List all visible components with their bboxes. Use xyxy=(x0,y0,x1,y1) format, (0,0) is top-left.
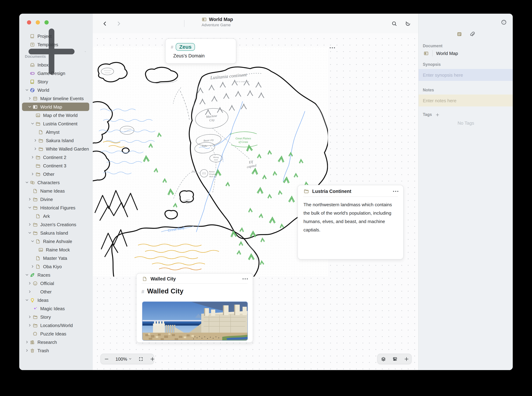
chevron-right-icon[interactable] xyxy=(30,172,35,176)
sidebar-item-official[interactable]: Official xyxy=(22,279,89,287)
sidebar-item-sakura-island[interactable]: Sakura Island xyxy=(22,136,89,145)
chevron-down-icon[interactable] xyxy=(28,105,32,109)
sidebar-item-world[interactable]: World xyxy=(22,86,89,94)
whiteboard-canvas[interactable]: Lusitania continent Machine City Beast c… xyxy=(93,33,418,370)
sidebar-item-oba-kiyo[interactable]: Oba Kiyo xyxy=(22,262,89,271)
sidebar-item-major-timeline-events[interactable]: Major timeline Events xyxy=(22,94,89,103)
chevron-down-icon[interactable] xyxy=(30,122,35,126)
page-title: World Map xyxy=(209,17,233,22)
sidebar-item-label: Inbox xyxy=(37,62,49,67)
forward-button[interactable] xyxy=(116,21,122,27)
sidebar-item-master-yata[interactable]: Master Yata xyxy=(22,254,89,262)
sidebar-item-locations-world[interactable]: Locations/World xyxy=(22,321,89,329)
chevron-right-icon[interactable] xyxy=(25,340,29,344)
sidebar-item-historical-figures[interactable]: Historical Figures xyxy=(22,204,89,212)
synopsis-input[interactable]: Enter synopsis here xyxy=(419,69,513,81)
chevron-down-icon[interactable] xyxy=(28,205,32,210)
sidebar-item-templates[interactable]: Templates xyxy=(22,40,89,49)
chevron-right-icon[interactable] xyxy=(28,222,32,227)
sidebar-item-story[interactable]: Story xyxy=(22,313,89,321)
zoom-out-button[interactable] xyxy=(101,354,112,364)
sidebar-item-raine-ashvale[interactable]: Raine Ashvale xyxy=(22,237,89,245)
zoom-level-dropdown[interactable]: 100% xyxy=(112,354,135,364)
chevron-right-icon[interactable] xyxy=(28,96,32,100)
chevron-right-icon[interactable] xyxy=(28,290,32,294)
walled-city-more-menu[interactable] xyxy=(243,277,248,281)
sidebar-item-magic-ideas[interactable]: Magic Ideas xyxy=(22,304,89,313)
fit-to-screen-button[interactable] xyxy=(135,354,147,364)
lustria-card-more-menu[interactable] xyxy=(393,189,398,193)
sidebar-item-trash[interactable]: Trash xyxy=(22,346,89,355)
chevron-down-icon[interactable] xyxy=(25,88,29,92)
chevron-right-icon[interactable] xyxy=(33,138,37,142)
sidebar-item-inbox[interactable]: Inbox xyxy=(22,61,89,69)
zeus-tag[interactable]: Zeus xyxy=(176,43,195,51)
synopsis-label: Synopsis xyxy=(423,62,441,67)
sidebar-item-divine[interactable]: Divine xyxy=(22,195,89,204)
search-icon[interactable] xyxy=(391,21,397,27)
walled-city-card[interactable]: Walled City # Walled City xyxy=(136,273,253,343)
document-row[interactable]: World Map xyxy=(423,50,458,56)
zeus-card[interactable]: # Zeus Zeus's Domain xyxy=(165,39,236,64)
sidebar-item-continent-3[interactable]: Continent 3 xyxy=(22,161,89,170)
map-more-menu[interactable] xyxy=(328,46,336,50)
add-tag-button[interactable] xyxy=(435,113,439,117)
chevron-right-icon[interactable] xyxy=(33,147,37,151)
sidebar-item-jozen-s-creations[interactable]: Jozen's Creations xyxy=(22,220,89,229)
notes-label: Notes xyxy=(423,88,434,92)
tab-document-info[interactable] xyxy=(457,31,462,37)
sidebar-item-game-design[interactable]: Game Design xyxy=(22,69,89,77)
svg-text:Main city: Main city xyxy=(209,175,217,178)
sidebar-item-ideas[interactable]: Ideas xyxy=(22,296,89,304)
chevron-down-icon[interactable] xyxy=(25,180,29,185)
chevron-down-icon[interactable] xyxy=(28,231,32,235)
bulb-icon xyxy=(30,297,35,303)
sidebar-item-puzzle-ideas[interactable]: Puzzle Ideas xyxy=(22,329,89,338)
chevron-right-icon[interactable] xyxy=(30,264,35,268)
sidebar-item-almyst[interactable]: Almyst xyxy=(22,128,89,136)
sidebar-item-research[interactable]: Research xyxy=(22,338,89,346)
chevron-right-icon[interactable] xyxy=(25,348,29,353)
zoom-in-button[interactable] xyxy=(147,354,158,364)
sidebar-item-map-of-the-world[interactable]: Map of the World xyxy=(22,111,89,119)
sidebar-item-lustria-continent[interactable]: Lustria Continent xyxy=(22,119,89,128)
layers-button[interactable] xyxy=(378,354,389,364)
sidebar-item-sakura-island[interactable]: Sakura Island xyxy=(22,229,89,237)
sidebar-item-name-ideas[interactable]: Name Ideas xyxy=(22,187,89,195)
sidebar-item-continent-2[interactable]: Continent 2 xyxy=(22,153,89,161)
sidebar-item-other[interactable]: Other xyxy=(22,287,89,296)
chevron-right-icon[interactable] xyxy=(28,281,32,285)
chevron-spacer xyxy=(33,248,37,252)
globe-icon xyxy=(30,87,35,93)
sidebar-item-story[interactable]: Story xyxy=(22,77,89,86)
back-button[interactable] xyxy=(102,21,108,27)
properties-button[interactable] xyxy=(389,354,401,364)
sidebar-item-white-walled-garden-c[interactable]: White Walled Garden C... xyxy=(22,145,89,153)
doc-icon xyxy=(38,129,43,135)
history-icon[interactable] xyxy=(405,21,411,27)
stats-gauge-icon[interactable] xyxy=(501,19,507,25)
chevron-down-icon[interactable] xyxy=(25,273,29,277)
chevron-right-icon[interactable] xyxy=(28,197,32,201)
sparkles-icon xyxy=(33,306,38,311)
hash-icon: # xyxy=(171,44,173,50)
chevron-down-icon[interactable] xyxy=(25,298,29,302)
chevron-right-icon[interactable] xyxy=(28,323,32,327)
notes-input[interactable]: Enter notes here xyxy=(419,94,513,106)
sidebar-item-races[interactable]: Races xyxy=(22,271,89,279)
add-object-button[interactable] xyxy=(401,354,412,364)
world-map-sketch[interactable]: Lusitania continent Machine City Beast c… xyxy=(93,47,328,277)
sidebar-item-other[interactable]: Other xyxy=(22,170,89,178)
sidebar-item-ark[interactable]: Ark xyxy=(22,212,89,220)
chevron-right-icon[interactable] xyxy=(28,315,32,319)
chevron-down-icon[interactable] xyxy=(30,239,35,243)
sidebar-item-raine-mock[interactable]: Raine Mock xyxy=(22,245,89,254)
lustria-continent-card[interactable]: Lustria Continent The northwestern landm… xyxy=(297,185,404,259)
tab-attachments[interactable] xyxy=(469,31,475,37)
map-label-beast-city: Beast city xyxy=(203,138,214,142)
sidebar-item-project[interactable]: Project xyxy=(22,32,89,40)
sidebar-item-world-map[interactable]: World Map xyxy=(22,103,89,111)
walled-city-image[interactable] xyxy=(142,302,248,341)
sidebar-item-characters[interactable]: Characters xyxy=(22,178,89,187)
chevron-right-icon[interactable] xyxy=(30,155,35,159)
